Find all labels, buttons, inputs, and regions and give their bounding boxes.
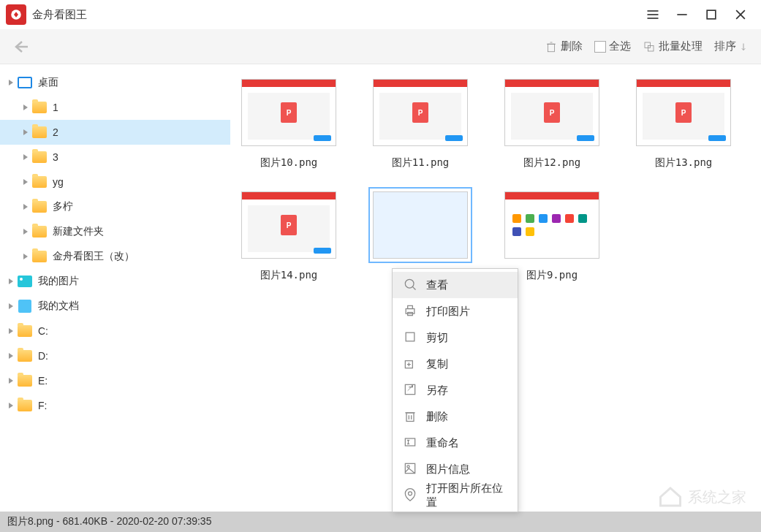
status-text: 图片8.png - 681.40KB - 2020-02-20 07:39:35 <box>7 515 211 528</box>
location-icon <box>403 487 417 504</box>
svg-rect-5 <box>707 10 716 19</box>
svg-rect-40 <box>406 412 414 421</box>
thumbnail-image <box>373 191 468 259</box>
folder-icon <box>32 224 47 239</box>
maximize-button[interactable] <box>697 0 726 29</box>
sidebar-item[interactable]: D: <box>0 343 230 368</box>
tree-arrow-icon <box>20 251 31 262</box>
thumbnail-image: P <box>373 79 468 146</box>
sidebar-item[interactable]: 桌面 <box>0 70 230 95</box>
tree-arrow-icon <box>20 102 31 113</box>
sidebar-item[interactable]: 新建文件夹 <box>0 219 230 244</box>
tree-arrow-icon <box>6 400 16 411</box>
tree-arrow-icon <box>20 152 31 162</box>
batch-icon <box>643 40 656 53</box>
menu-item-delete[interactable]: 删除 <box>393 403 518 430</box>
svg-rect-31 <box>408 305 413 308</box>
statusbar: 图片8.png - 681.40KB - 2020-02-20 07:39:35 <box>0 512 761 532</box>
svg-marker-16 <box>23 129 28 135</box>
sidebar-item[interactable]: yg <box>0 170 230 194</box>
svg-rect-38 <box>405 384 414 394</box>
folder-icon <box>32 200 47 214</box>
select-all-button[interactable]: 全选 <box>594 39 631 53</box>
app-title: 金舟看图王 <box>32 8 87 22</box>
sidebar-item[interactable]: 金舟看图王（改） <box>0 244 230 269</box>
svg-rect-30 <box>406 308 414 314</box>
svg-marker-19 <box>23 204 28 210</box>
thumbnail[interactable]: P图片14.png <box>238 191 340 282</box>
close-button[interactable] <box>726 0 755 29</box>
thumbnail[interactable]: P图片13.png <box>632 79 735 170</box>
sidebar-item[interactable]: C: <box>0 319 230 343</box>
cut-icon <box>403 330 417 346</box>
sidebar-item-label: C: <box>38 325 48 337</box>
sidebar-item[interactable]: 2 <box>0 120 230 145</box>
menu-item-location[interactable]: 打开图片所在位置 <box>393 482 518 509</box>
checkbox-icon <box>594 41 606 53</box>
tree-arrow-icon <box>6 77 16 88</box>
sidebar-item[interactable]: 3 <box>0 145 230 170</box>
sidebar-item-label: E: <box>38 375 48 387</box>
menu-button[interactable] <box>638 0 667 29</box>
sidebar-item[interactable]: 多柠 <box>0 194 230 219</box>
menu-item-label: 打开图片所在位置 <box>426 482 507 509</box>
thumbnail-image: P <box>504 79 599 146</box>
thumbnail-label: 图片9.png <box>526 269 578 282</box>
sort-button[interactable]: 排序 <box>714 39 752 53</box>
menu-item-copy[interactable]: 复制 <box>393 351 518 377</box>
menu-item-cut[interactable]: 剪切 <box>393 324 518 351</box>
menu-item-rename[interactable]: 重命名 <box>393 430 518 456</box>
sidebar: 桌面123yg多柠新建文件夹金舟看图王（改）我的图片我的文档C:D:E:F: <box>0 64 230 512</box>
save-icon <box>403 382 417 399</box>
desktop-icon <box>18 75 32 90</box>
sidebar-item[interactable]: 1 <box>0 95 230 120</box>
back-button[interactable] <box>9 35 32 58</box>
svg-point-49 <box>407 465 409 467</box>
menu-item-label: 删除 <box>426 410 448 424</box>
thumbnail-image: P <box>241 191 336 259</box>
folder-icon <box>18 373 32 388</box>
menu-item-info[interactable]: 图片信息 <box>393 456 518 482</box>
thumbnail-label: 图片14.png <box>260 269 318 282</box>
tree-arrow-icon <box>20 127 31 137</box>
thumbnail[interactable]: P图片11.png <box>369 79 472 170</box>
sidebar-item[interactable]: 我的图片 <box>0 269 230 294</box>
menu-item-view[interactable]: 查看 <box>393 272 518 298</box>
batch-label: 批量处理 <box>659 39 703 53</box>
menu-item-save[interactable]: 另存 <box>393 377 518 403</box>
sidebar-item[interactable]: E: <box>0 368 230 393</box>
svg-marker-24 <box>9 328 13 334</box>
sidebar-item-label: 3 <box>53 151 58 163</box>
sidebar-item-label: yg <box>53 176 64 188</box>
svg-point-28 <box>405 279 414 288</box>
batch-button[interactable]: 批量处理 <box>643 39 703 53</box>
sidebar-item-label: 新建文件夹 <box>53 225 104 238</box>
folder-icon <box>32 249 47 264</box>
svg-rect-13 <box>648 45 654 51</box>
folder-icon <box>18 398 32 413</box>
svg-marker-15 <box>23 104 28 110</box>
info-icon <box>403 461 417 478</box>
thumbnail[interactable]: P图片12.png <box>501 79 603 170</box>
sort-arrow-icon <box>739 40 752 53</box>
delete-button[interactable]: 删除 <box>545 39 583 53</box>
context-menu: 查看打印图片剪切复制另存删除重命名图片信息打开图片所在位置 <box>392 268 518 512</box>
thumbnail[interactable]: P图片10.png <box>238 79 340 170</box>
minimize-button[interactable] <box>667 0 697 29</box>
svg-marker-18 <box>23 179 28 185</box>
thumbnail-image <box>504 191 599 259</box>
menu-item-label: 打印图片 <box>426 305 470 319</box>
sidebar-item[interactable]: 我的文档 <box>0 294 230 319</box>
svg-marker-17 <box>23 154 28 160</box>
svg-marker-20 <box>23 229 28 235</box>
tree-arrow-icon <box>20 227 31 237</box>
thumbnail-label: 图片13.png <box>655 156 713 170</box>
delete-icon <box>403 408 417 425</box>
sidebar-item[interactable]: F: <box>0 393 230 418</box>
main: 桌面123yg多柠新建文件夹金舟看图王（改）我的图片我的文档C:D:E:F: P… <box>0 64 761 512</box>
folder-icon <box>32 125 47 140</box>
svg-marker-23 <box>9 303 13 309</box>
menu-item-print[interactable]: 打印图片 <box>393 298 518 324</box>
menu-item-label: 剪切 <box>426 331 448 345</box>
folder-icon <box>32 150 47 164</box>
